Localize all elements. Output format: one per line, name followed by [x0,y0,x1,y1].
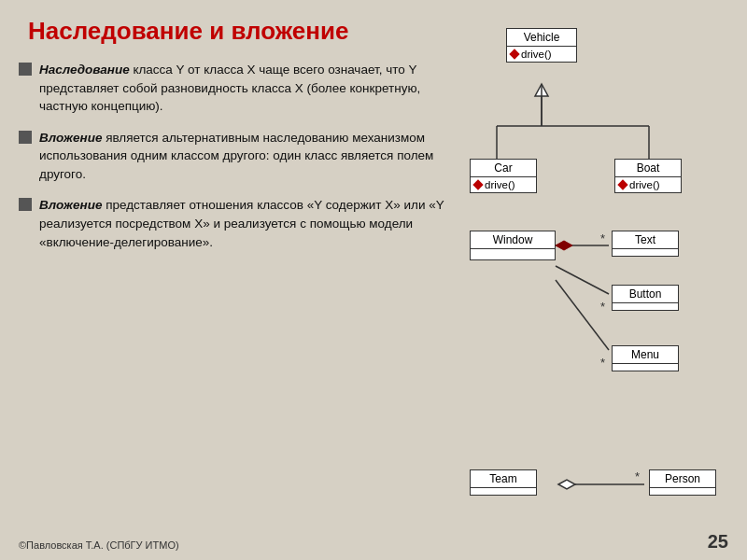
car-method: drive() [471,177,536,192]
svg-text:*: * [600,356,605,370]
svg-line-10 [556,266,609,294]
method-icon [509,49,519,59]
svg-text:*: * [600,231,605,245]
method-icon-car [472,179,483,189]
bullet-text-1: Наследование класса Y от класса X чаще в… [39,61,448,116]
boat-title: Boat [615,160,681,177]
menu-title: Menu [613,346,678,364]
svg-text:*: * [635,469,640,483]
vehicle-method: drive() [507,47,576,62]
bullet-icon-1 [19,63,32,76]
uml-car: Car drive() [470,159,537,193]
slide: Наследование и вложение Наследование кла… [0,0,747,560]
svg-marker-3 [535,84,548,96]
uml-menu: Menu [612,345,679,371]
bullet-text-2: Вложение является альтернативным наследо… [39,129,448,184]
footer-copyright: ©Павловская Т.А. (СПбГУ ИТМО) [19,539,179,551]
bullet-icon-2 [19,131,32,144]
bullet-text-3: Вложение представляет отношения классов … [39,196,448,251]
car-title: Car [471,160,536,177]
bullet-3: Вложение представляет отношения классов … [19,196,448,251]
button-title: Button [613,286,678,303]
uml-boat: Boat drive() [614,159,682,193]
person-title: Person [650,470,715,488]
svg-line-12 [556,280,609,350]
bullet-1: Наследование класса Y от класса X чаще в… [19,61,448,116]
uml-person: Person [649,469,716,496]
bullet-2: Вложение является альтернативным наследо… [19,129,448,184]
svg-marker-15 [558,480,575,489]
vehicle-title: Vehicle [507,29,576,47]
svg-text:*: * [600,300,605,314]
content-area: Наследование класса Y от класса X чаще в… [19,61,448,264]
svg-marker-8 [556,241,572,250]
uml-button: Button [612,285,679,311]
uml-team: Team [470,469,537,496]
method-icon-boat [617,179,627,189]
window-title: Window [471,231,555,249]
slide-title: Наследование и вложение [28,17,348,46]
bullet-icon-3 [19,198,32,211]
team-title: Team [471,470,536,488]
uml-connections: * * * * [462,14,738,546]
text-title: Text [613,231,678,249]
uml-window: Window [470,231,556,260]
uml-text: Text [612,231,679,257]
boat-method: drive() [615,177,681,192]
uml-vehicle: Vehicle drive() [506,28,577,63]
uml-diagram: * * * * Vehicle drive() Car [462,14,738,546]
